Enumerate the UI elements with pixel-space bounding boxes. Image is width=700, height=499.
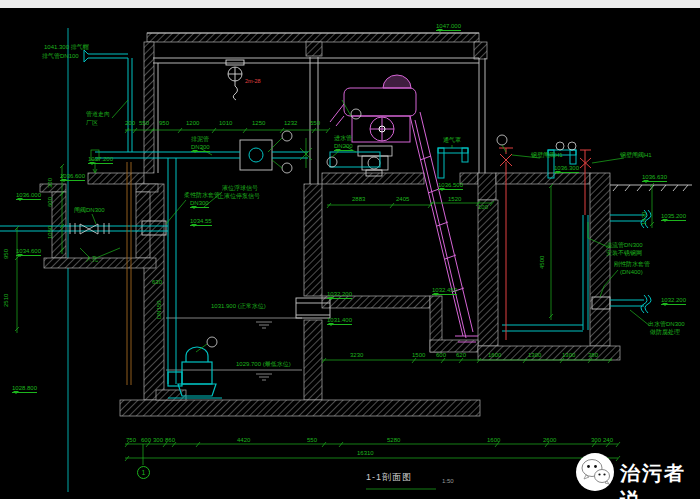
watermark: 治污者说 [576,453,700,495]
screen-drive-motor [358,146,392,176]
watermark-text: 治污者说 [620,460,700,499]
callout-circles [196,100,576,352]
wechat-icon [576,453,614,491]
cad-drawing-canvas: 1047.0001041.300 排气帽排气管DN100管道走向厂区1037.2… [0,0,700,499]
hoist-hook [226,60,244,100]
pit-valve [70,223,109,234]
cad-linework [0,0,700,499]
water-level-lines [166,318,302,380]
pump-lifting-chain [127,162,131,385]
